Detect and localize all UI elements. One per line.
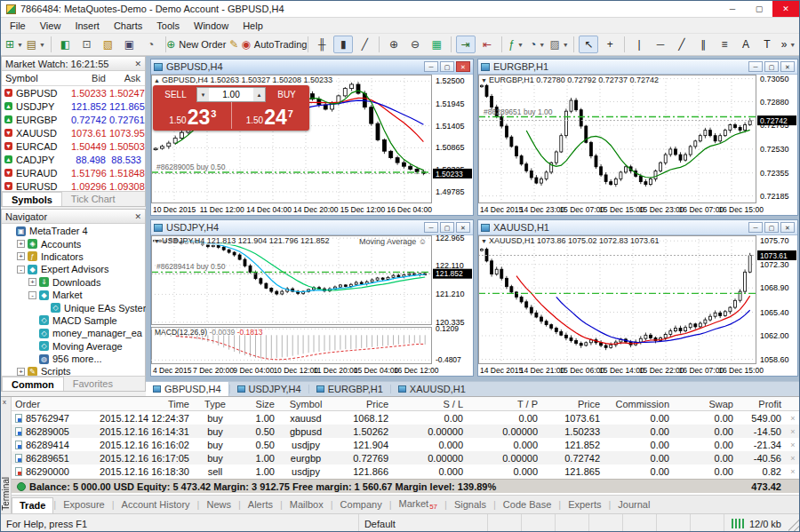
- chevron-down-icon[interactable]: ▼: [17, 42, 23, 48]
- zoom-out-button[interactable]: ⊖: [405, 36, 425, 53]
- terminal-tab-exposure[interactable]: Exposure: [56, 497, 111, 512]
- volume-up-button[interactable]: ▲: [253, 88, 265, 101]
- chart-tab-usdjpy-h4[interactable]: USDJPY,H4: [230, 382, 308, 396]
- line-chart-button[interactable]: ╱: [355, 36, 374, 53]
- terminal-side-label[interactable]: Terminal: [1, 477, 12, 511]
- chart-window-gbpusd[interactable]: GBPUSD,H4 ─ ▢ ✕ 1.525001.519451.514051.5…: [150, 59, 474, 216]
- expert-advisor-label[interactable]: Moving Average ☺: [359, 237, 427, 246]
- menu-insert[interactable]: Insert: [68, 19, 107, 33]
- bar-chart-button[interactable]: ╫: [312, 36, 332, 53]
- zoom-in-button[interactable]: ⊕: [384, 36, 404, 53]
- fibonacci-button[interactable]: ≡: [715, 36, 734, 53]
- navigator-item-956-more-[interactable]: ◍956 more...: [2, 353, 145, 365]
- chart-close-button[interactable]: ✕: [456, 222, 470, 233]
- terminal-tab-alerts[interactable]: Alerts: [241, 497, 280, 512]
- collapse-arrow-icon[interactable]: ▼: [154, 238, 160, 244]
- terminal-tab-code-base[interactable]: Code Base: [496, 497, 558, 512]
- column-price[interactable]: Price: [541, 399, 604, 409]
- volume-down-button[interactable]: ▼: [197, 88, 209, 101]
- expand-icon[interactable]: +: [17, 252, 25, 260]
- text-button[interactable]: A: [736, 36, 756, 53]
- market-watch-close-icon[interactable]: ✕: [134, 60, 141, 68]
- profile-indicator[interactable]: Default: [359, 514, 488, 532]
- column-ask[interactable]: Ask: [109, 71, 144, 85]
- ohlc-readout[interactable]: ▼USDJPY,H4 121.813 121.904 121.796 121.8…: [154, 236, 329, 245]
- tab-common[interactable]: Common: [2, 377, 64, 391]
- navigator-item-accounts[interactable]: +◈Accounts: [2, 237, 145, 250]
- close-position-icon[interactable]: ×: [785, 454, 800, 463]
- close-position-icon[interactable]: ×: [785, 427, 800, 436]
- column-symbol[interactable]: Symbol: [278, 399, 333, 409]
- terminal-tab-trade[interactable]: Trade: [12, 497, 53, 514]
- profiles-button[interactable]: ▤▼: [26, 36, 46, 53]
- collapse-arrow-icon[interactable]: ▼: [481, 77, 487, 83]
- terminal-tab-company[interactable]: Company: [333, 497, 389, 512]
- navigator-item-unique-eas-system-05[interactable]: ◇Unique EAs System 05: [2, 301, 145, 314]
- close-position-icon[interactable]: ×: [785, 467, 800, 476]
- periods-button[interactable]: ◔▼: [528, 36, 548, 53]
- column-time[interactable]: Time: [86, 399, 193, 409]
- trendline-button[interactable]: ╱: [672, 36, 692, 53]
- market-watch-row-cadjpy[interactable]: ▲CADJPY88.49888.533: [2, 153, 145, 166]
- column-swap[interactable]: Swap: [673, 399, 737, 409]
- chart-tab-eurgbp-h1[interactable]: EURGBP,H1: [309, 382, 390, 396]
- close-button[interactable]: ✕: [772, 1, 799, 17]
- navigator-item-market[interactable]: -◆Market: [2, 289, 145, 301]
- market-watch-row-eurgbp[interactable]: ▲EURGBP0.727420.72761: [2, 113, 145, 126]
- candlesticks-button[interactable]: ▮: [333, 36, 353, 53]
- buy-button[interactable]: BUY: [266, 87, 308, 102]
- column-order[interactable]: Order: [12, 399, 86, 409]
- buy-price[interactable]: 1.50 24 7: [232, 102, 308, 129]
- order-row-86289414[interactable]: 862894142015.12.16 16:16:02buy0.50usdjpy…: [12, 438, 800, 451]
- chevron-down-icon[interactable]: ▼: [39, 42, 45, 48]
- strategy-tester-button[interactable]: ◔: [141, 36, 161, 53]
- arrows-button[interactable]: »▼: [779, 36, 798, 53]
- volume-input[interactable]: 1.00: [209, 88, 253, 101]
- resize-grip[interactable]: [788, 514, 800, 532]
- connection-status[interactable]: 12/0 kb: [724, 514, 788, 532]
- navigator-item-macd-sample[interactable]: ◇MACD Sample: [2, 314, 145, 327]
- terminal-tab-market[interactable]: Market57: [392, 496, 445, 512]
- expand-icon[interactable]: +: [17, 240, 25, 248]
- column-bid[interactable]: Bid: [71, 71, 109, 85]
- column-s-l[interactable]: S / L: [392, 399, 467, 409]
- terminal-tab-mailbox[interactable]: Mailbox: [283, 497, 331, 512]
- chart-minimize-button[interactable]: ─: [748, 222, 763, 233]
- navigator-item-moving-average[interactable]: ◇Moving Average: [2, 340, 145, 353]
- chart-shift-button[interactable]: ⇤: [477, 36, 497, 53]
- column-type[interactable]: Type: [193, 399, 237, 409]
- chart-minimize-button[interactable]: ─: [424, 61, 438, 72]
- text-label-button[interactable]: T: [757, 36, 777, 53]
- terminal-toggle-button[interactable]: ▣: [120, 36, 140, 53]
- column-price[interactable]: Price: [333, 399, 392, 409]
- tab-favorites[interactable]: Favorites: [64, 377, 122, 391]
- indicators-button[interactable]: ƒ▼: [507, 36, 526, 53]
- templates-button[interactable]: ▨▼: [549, 36, 570, 53]
- column-symbol[interactable]: Symbol: [2, 71, 71, 85]
- close-position-icon[interactable]: ×: [785, 441, 800, 449]
- new-chart-button[interactable]: ⊞▼: [4, 36, 24, 53]
- crosshair-button[interactable]: +: [600, 36, 620, 53]
- collapse-arrow-icon[interactable]: ▼: [481, 238, 487, 244]
- column-size[interactable]: Size: [237, 399, 278, 409]
- tab-tick-chart[interactable]: Tick Chart: [62, 192, 124, 206]
- order-row-86289005[interactable]: 862890052015.12.16 16:14:31buy0.50gbpusd…: [12, 425, 800, 438]
- tab-symbols[interactable]: Symbols: [2, 192, 62, 206]
- market-watch-row-gbpusd[interactable]: ▼GBPUSD1.502331.50247: [2, 86, 145, 99]
- maximize-button[interactable]: ▢: [746, 1, 772, 17]
- collapse-arrow-icon[interactable]: ▲: [154, 77, 160, 83]
- menu-help[interactable]: Help: [236, 19, 270, 33]
- order-row-86290000[interactable]: 862900002015.12.16 16:18:30sell1.00usdjp…: [12, 465, 800, 478]
- market-watch-toggle-button[interactable]: ◧: [56, 36, 76, 53]
- order-row-85762947[interactable]: 857629472015.12.14 12:24:37buy1.00xauusd…: [12, 411, 800, 425]
- minimize-button[interactable]: ─: [719, 1, 746, 17]
- menu-window[interactable]: Window: [187, 19, 236, 33]
- market-watch-row-eurcad[interactable]: ▼EURCAD1.504491.50503: [2, 139, 145, 153]
- chart-restore-button[interactable]: ▢: [440, 222, 454, 233]
- market-watch-row-xauusd[interactable]: ▼XAUUSD1073.611073.95: [2, 126, 145, 139]
- cursor-button[interactable]: ↖: [579, 36, 598, 53]
- chart-window-usdjpy[interactable]: USDJPY,H4 ─ ▢ ✕ 122.965122.110121.210120…: [150, 219, 474, 377]
- chart-close-button[interactable]: ✕: [780, 61, 795, 72]
- chart-window-titlebar[interactable]: XAUUSD,H1 ─ ▢ ✕: [478, 220, 797, 235]
- column-profit[interactable]: Profit: [737, 399, 785, 409]
